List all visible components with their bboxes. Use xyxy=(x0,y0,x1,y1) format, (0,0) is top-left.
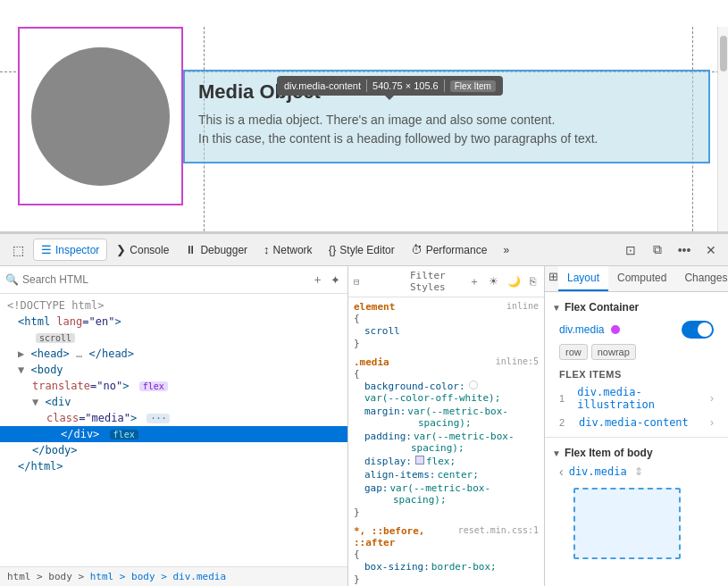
flex-direction-tag[interactable]: row xyxy=(559,344,588,360)
media-flex-layout: Media Object This is a media object. The… xyxy=(18,27,710,205)
flex-item-1[interactable]: 1 div.media-illustration › xyxy=(545,383,728,414)
flex-item-arrow-2: › xyxy=(710,416,714,429)
css-prop-bg: background-color: var(--color-off-white)… xyxy=(361,380,539,405)
tree-div-open[interactable]: ▼ <div xyxy=(0,394,347,410)
css-rule-reset: *, ::before, ::after reset.min.css:1 { b… xyxy=(354,525,539,585)
layout-icon-btn[interactable]: ⊞ xyxy=(548,266,558,286)
flex-item-2[interactable]: 2 div.media-content › xyxy=(545,414,728,431)
tab-computed[interactable]: Computed xyxy=(608,266,675,291)
box-diagram-container xyxy=(559,488,714,559)
tooltip-selector: div.media-content xyxy=(284,80,361,91)
css-rules-panel: ⊟ Filter Styles ＋ ☀ 🌙 ⎘ element inline { xyxy=(348,266,545,586)
css-origin-reset: reset.min.css:1 xyxy=(458,525,539,548)
split-view-btn[interactable]: ⧉ xyxy=(646,239,669,262)
inspector-tab-btn[interactable]: ☰ Inspector xyxy=(33,239,107,261)
toolbar-right-buttons: ⊡ ⧉ ••• ✕ xyxy=(619,239,723,262)
flex-wrap-tag[interactable]: nowrap xyxy=(591,344,636,360)
nav-element-label[interactable]: div.media xyxy=(569,465,627,478)
css-rules-list: element inline { scroll } .media inline:… xyxy=(348,297,544,586)
flex-element-name[interactable]: div.media xyxy=(559,323,604,336)
search-input[interactable] xyxy=(22,273,306,286)
light-dark-toggle-btn[interactable]: ☀ xyxy=(486,273,501,290)
copy-rules-btn[interactable]: ⎘ xyxy=(527,273,539,290)
console-tab-btn[interactable]: ❯ Console xyxy=(109,239,176,260)
style-editor-label: Style Editor xyxy=(339,244,394,256)
css-rule-element: element inline { scroll } xyxy=(354,301,539,349)
devtools-toolbar: ⬚ ☰ Inspector ❯ Console ⏸ Debugger ↕ Net… xyxy=(0,234,728,266)
dark-mode-btn[interactable]: 🌙 xyxy=(505,273,523,290)
css-selector-media: .media xyxy=(354,356,389,368)
search-icon: 🔍 xyxy=(5,273,19,286)
flex-container-header: ▼ Flex Container xyxy=(545,297,728,317)
close-devtools-btn[interactable]: ✕ xyxy=(699,239,723,262)
tree-html[interactable]: <html lang="en"> xyxy=(0,314,347,330)
tab-layout[interactable]: Layout xyxy=(558,266,608,291)
css-prop-gap: gap: var(--metric-box- spacing); xyxy=(361,481,539,506)
preview-scrollbar[interactable] xyxy=(717,27,728,232)
network-label: Network xyxy=(273,244,313,256)
tooltip-badge: Flex Item xyxy=(450,80,496,92)
performance-tab-btn[interactable]: ⏱ Performance xyxy=(404,239,495,260)
tree-body-attrs[interactable]: translate="no"> flex xyxy=(0,378,347,394)
flex-toggle[interactable] xyxy=(682,321,714,339)
performance-label: Performance xyxy=(426,244,488,256)
tree-html-close[interactable]: </html> xyxy=(0,458,347,474)
css-prop-scroll: scroll xyxy=(361,324,539,338)
tree-body-open[interactable]: ▼ <body xyxy=(0,362,347,378)
tree-scroll-badge[interactable]: scroll xyxy=(0,330,347,346)
css-selector-reset: *, ::before, ::after xyxy=(354,525,424,548)
color-swatch[interactable] xyxy=(469,381,478,389)
console-label: Console xyxy=(130,244,169,256)
flex-item-num-1: 1 xyxy=(559,393,572,404)
style-editor-tab-btn[interactable]: {} Style Editor xyxy=(322,239,402,260)
html-tree: <!DOCTYPE html> <html lang="en"> scroll … xyxy=(0,294,347,566)
debugger-label: Debugger xyxy=(200,244,247,256)
debugger-tab-btn[interactable]: ⏸ Debugger xyxy=(178,239,255,260)
browser-preview: div.media-content 540.75 × 105.6 Flex It… xyxy=(0,0,728,232)
html-inspector-panel: 🔍 ＋ ✦ <!DOCTYPE html> <html lang="en"> s… xyxy=(0,266,348,586)
tree-body-close[interactable]: </body> xyxy=(0,442,347,458)
network-tab-btn[interactable]: ↕ Network xyxy=(256,239,320,260)
nav-back-arrow[interactable]: ‹ xyxy=(559,465,564,479)
box-diagram xyxy=(573,488,681,559)
css-prop-display: display: flex; xyxy=(361,455,539,468)
filter-label: Filter Styles xyxy=(410,270,463,293)
more-label: » xyxy=(503,244,509,256)
nav-dropdown-icon: ⇕ xyxy=(634,465,643,478)
responsive-design-btn[interactable]: ⊡ xyxy=(619,239,642,262)
more-tools-btn[interactable]: » xyxy=(496,240,516,260)
flex-item-num-2: 2 xyxy=(559,417,573,428)
media-para1: This is a media object. There's an image… xyxy=(198,111,695,130)
pick-element-btn[interactable]: ✦ xyxy=(329,272,342,289)
add-node-btn[interactable]: ＋ xyxy=(310,270,325,289)
tree-div-inner-selected[interactable]: </div> flex xyxy=(0,426,347,442)
overflow-menu-btn[interactable]: ••• xyxy=(673,239,696,262)
css-origin-inline: inline xyxy=(506,301,539,313)
tooltip-dimensions: 540.75 × 105.6 xyxy=(372,80,439,91)
tree-head[interactable]: ▶ <head> … </head> xyxy=(0,346,347,362)
flex-icon xyxy=(415,456,424,465)
devtools-body: 🔍 ＋ ✦ <!DOCTYPE html> <html lang="en"> s… xyxy=(0,266,728,586)
media-illustration xyxy=(18,27,183,205)
tree-doctype[interactable]: <!DOCTYPE html> xyxy=(0,297,347,314)
element-tooltip: div.media-content 540.75 × 105.6 Flex It… xyxy=(277,76,503,96)
layout-content: ▼ Flex Container div.media row nowrap Fl… xyxy=(545,292,728,586)
scrollbar-thumb[interactable] xyxy=(720,36,727,71)
flex-property-tags: row nowrap xyxy=(545,342,728,365)
flex-dot-indicator xyxy=(611,325,620,334)
inspector-picker-btn[interactable]: ⬚ xyxy=(5,239,31,261)
breadcrumb-current[interactable]: html > body > div.media xyxy=(90,571,226,582)
tree-div-attrs[interactable]: class="media"> ··· xyxy=(0,410,347,426)
css-filter-bar: ⊟ Filter Styles ＋ ☀ 🌙 ⎘ xyxy=(348,266,544,297)
section-divider xyxy=(545,437,728,438)
flex-container-element: div.media xyxy=(545,317,728,342)
css-filter-icons: ＋ ☀ 🌙 ⎘ xyxy=(466,273,539,290)
flex-item-of-label: Flex Item of body xyxy=(565,447,653,459)
tab-changes[interactable]: Changes xyxy=(675,266,728,291)
css-prop-margin: margin: var(--metric-box- spacing); xyxy=(361,405,539,430)
css-rule-media: .media inline:5 { background-color: var(… xyxy=(354,356,539,518)
add-rule-btn[interactable]: ＋ xyxy=(466,273,482,290)
media-circle-image xyxy=(31,47,170,186)
layout-panel: ⊞ Layout Computed Changes Fonts Animatio… xyxy=(545,266,728,586)
media-para2: In this case, the content is a heading f… xyxy=(198,130,695,148)
